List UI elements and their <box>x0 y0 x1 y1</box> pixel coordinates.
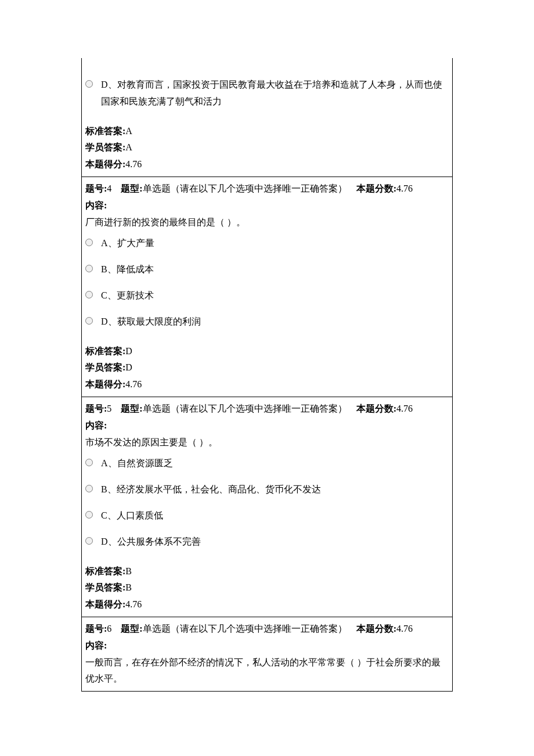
option-a-text: A、自然资源匮乏 <box>101 455 449 472</box>
option-b-text: B、降低成本 <box>101 261 449 278</box>
option-row: D、公共服务体系不完善 <box>85 529 449 555</box>
radio-icon[interactable] <box>85 317 93 325</box>
option-row: B、降低成本 <box>85 257 449 283</box>
radio-icon[interactable] <box>85 80 93 88</box>
student-answer: 学员答案:D <box>85 359 449 376</box>
option-row: A、自然资源匮乏 <box>85 451 449 477</box>
radio-icon[interactable] <box>85 265 93 272</box>
score-obtained: 本题得分:4.76 <box>85 596 449 613</box>
question-header: 题号:6 题型:单选题（请在以下几个选项中选择唯一正确答案） 本题分数:4.76 <box>85 621 449 638</box>
student-answer: 学员答案:B <box>85 579 449 596</box>
question-header: 题号:4 题型:单选题（请在以下几个选项中选择唯一正确答案） 本题分数:4.76 <box>85 181 449 197</box>
question-6-partial: 题号:6 题型:单选题（请在以下几个选项中选择唯一正确答案） 本题分数:4.76… <box>82 617 452 691</box>
option-c-text: C、更新技术 <box>101 287 449 304</box>
option-row: A、扩大产量 <box>85 231 449 257</box>
option-a-text: A、扩大产量 <box>101 235 449 252</box>
radio-icon[interactable] <box>85 511 93 519</box>
option-b-text: B、经济发展水平低，社会化、商品化、货币化不发达 <box>101 481 449 498</box>
question-stem: 市场不发达的原因主要是（ ）。 <box>85 434 449 451</box>
question-stem: 一般而言，在存在外部不经济的情况下，私人活动的水平常常要（ ）于社会所要求的最优… <box>85 654 449 688</box>
option-row: D、获取最大限度的利润 <box>85 309 449 335</box>
score-obtained: 本题得分:4.76 <box>85 156 449 173</box>
radio-icon[interactable] <box>85 485 93 492</box>
radio-icon[interactable] <box>85 239 93 246</box>
option-d-text: D、对教育而言，国家投资于国民教育最大收益在于培养和造就了人本身，从而也使国家和… <box>101 77 449 110</box>
standard-answer: 标准答案:A <box>85 123 449 140</box>
question-4: 题号:4 题型:单选题（请在以下几个选项中选择唯一正确答案） 本题分数:4.76… <box>82 177 452 397</box>
option-row: D、对教育而言，国家投资于国民教育最大收益在于培养和造就了人本身，从而也使国家和… <box>85 72 449 115</box>
option-row: B、经济发展水平低，社会化、商品化、货币化不发达 <box>85 477 449 503</box>
question-5: 题号:5 题型:单选题（请在以下几个选项中选择唯一正确答案） 本题分数:4.76… <box>82 397 452 617</box>
radio-icon[interactable] <box>85 537 93 545</box>
radio-icon[interactable] <box>85 459 93 466</box>
option-row: C、更新技术 <box>85 283 449 309</box>
standard-answer: 标准答案:D <box>85 343 449 360</box>
option-c-text: C、人口素质低 <box>101 507 449 524</box>
page-container: D、对教育而言，国家投资于国民教育最大收益在于培养和造就了人本身，从而也使国家和… <box>81 58 453 692</box>
question-3-partial: D、对教育而言，国家投资于国民教育最大收益在于培养和造就了人本身，从而也使国家和… <box>82 58 452 177</box>
score-obtained: 本题得分:4.76 <box>85 376 449 393</box>
option-d-text: D、公共服务体系不完善 <box>101 534 449 550</box>
standard-answer: 标准答案:B <box>85 563 449 580</box>
content-label: 内容: <box>85 417 449 434</box>
question-header: 题号:5 题型:单选题（请在以下几个选项中选择唯一正确答案） 本题分数:4.76 <box>85 401 449 417</box>
option-d-text: D、获取最大限度的利润 <box>101 314 449 330</box>
radio-icon[interactable] <box>85 291 93 298</box>
question-stem: 厂商进行新的投资的最终目的是（ ）。 <box>85 214 449 231</box>
student-answer: 学员答案:A <box>85 139 449 156</box>
content-label: 内容: <box>85 197 449 214</box>
content-label: 内容: <box>85 638 449 654</box>
option-row: C、人口素质低 <box>85 503 449 529</box>
